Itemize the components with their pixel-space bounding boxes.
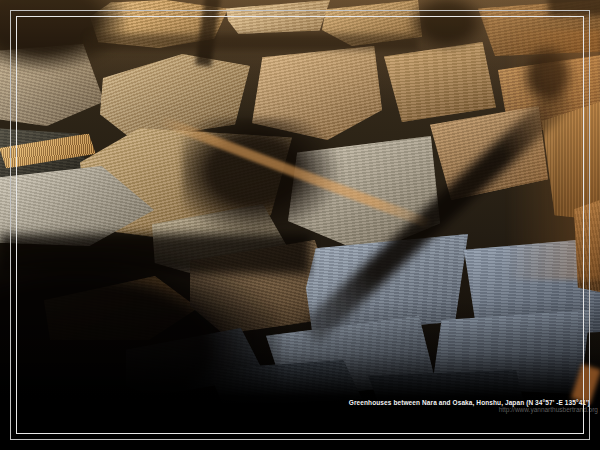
caption-text: Greenhouses between Nara and Osaka, Hons… [349, 399, 590, 406]
greenhouse-plot [226, 0, 330, 34]
greenhouse-plot [322, 0, 422, 46]
greenhouse-plot [574, 200, 600, 292]
greenhouse-plot [0, 44, 104, 126]
wallpaper: Greenhouses between Nara and Osaka, Hons… [0, 0, 600, 450]
greenhouse-plot [90, 0, 228, 48]
greenhouse-plot [252, 46, 382, 140]
greenhouse-plot [384, 42, 496, 122]
greenhouse-plot [542, 102, 600, 220]
greenhouse-plot [306, 232, 468, 334]
greenhouse-plot [478, 0, 600, 56]
caption-url: http://www.yannarthusbertrand.org [349, 406, 598, 413]
photo-caption: Greenhouses between Nara and Osaka, Hons… [349, 399, 598, 413]
greenhouse-plot [288, 136, 440, 254]
greenhouse-plot [44, 276, 198, 340]
greenhouse-plot [430, 106, 548, 200]
aerial-photo: Greenhouses between Nara and Osaka, Hons… [0, 0, 600, 450]
greenhouse-plot [100, 54, 250, 140]
